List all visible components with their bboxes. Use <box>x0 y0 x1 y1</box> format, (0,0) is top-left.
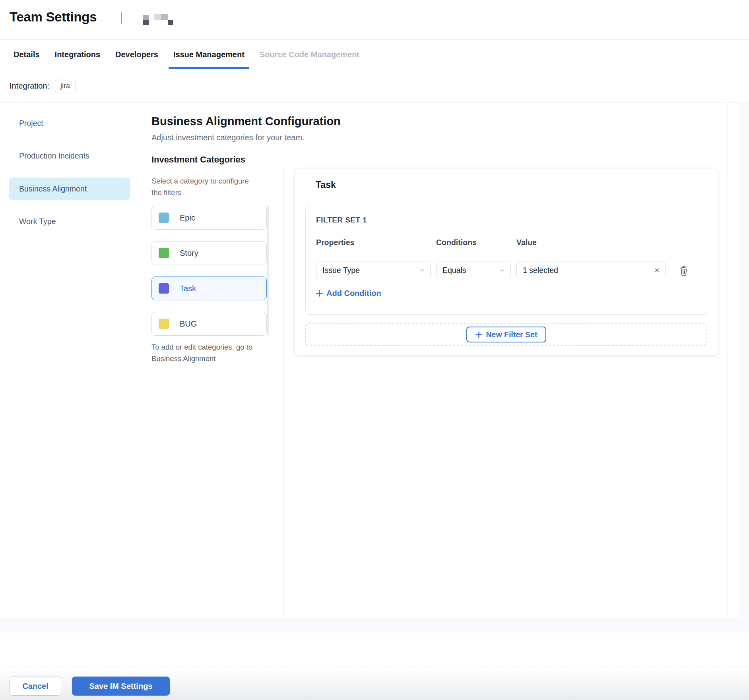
team-settings-page: Team Settings Details Integrations Devel… <box>0 0 749 700</box>
condition-select[interactable]: Equals <box>436 261 511 279</box>
settings-sidebar: Project Production Incidents Business Al… <box>0 103 141 618</box>
new-filter-set-label: New Filter Set <box>486 330 537 339</box>
integration-label: Integration: <box>10 81 49 91</box>
epic-color-swatch <box>159 213 169 223</box>
category-button-bug[interactable]: BUG <box>151 312 267 336</box>
column-divider <box>283 166 284 618</box>
section-subtitle: Adjust investment categories for your te… <box>151 133 305 142</box>
tab-details[interactable]: Details <box>14 40 40 69</box>
filter-set-box: FILTER SET 1 Properties Conditions Value… <box>305 206 707 315</box>
chevron-down-icon <box>499 267 505 273</box>
cancel-button[interactable]: Cancel <box>10 677 61 696</box>
content-bottom-band <box>0 618 749 632</box>
column-header-conditions: Conditions <box>436 238 477 247</box>
property-select-value: Issue Type <box>322 266 360 275</box>
story-color-swatch <box>159 248 169 258</box>
plus-icon <box>475 331 482 338</box>
category-button-story[interactable]: Story <box>151 241 267 265</box>
filter-set-title: FILTER SET 1 <box>316 216 367 224</box>
section-title: Business Alignment Configuration <box>151 115 341 128</box>
category-label: Task <box>180 284 196 293</box>
tab-source-code-management: Source Code Management <box>260 40 359 69</box>
property-select[interactable]: Issue Type <box>316 261 431 279</box>
investment-categories-description: Select a category to configure the filte… <box>151 175 260 198</box>
value-multiselect[interactable]: 1 selected <box>516 261 666 279</box>
plus-icon <box>316 290 323 297</box>
clear-value-icon[interactable] <box>654 267 660 273</box>
page-header: Team Settings <box>0 0 749 40</box>
column-header-properties: Properties <box>316 238 354 247</box>
business-alignment-section: Business Alignment Configuration Adjust … <box>141 103 749 618</box>
integration-chip[interactable]: jira <box>55 79 76 93</box>
action-footer: Cancel Save IM Settings <box>0 667 749 700</box>
category-label: Story <box>180 249 198 258</box>
category-label: BUG <box>180 319 197 329</box>
page-title: Team Settings <box>10 10 97 25</box>
sidebar-item-work-type[interactable]: Work Type <box>19 217 56 226</box>
add-condition-label: Add Condition <box>326 289 381 298</box>
category-label: Epic <box>180 213 195 222</box>
task-color-swatch <box>159 283 169 294</box>
sidebar-item-business-alignment[interactable]: Business Alignment <box>9 178 130 200</box>
tab-developers[interactable]: Developers <box>115 40 158 69</box>
category-list-scrollbar[interactable] <box>267 206 269 336</box>
integration-bar: Integration: jira <box>0 70 749 102</box>
task-filter-card: Task FILTER SET 1 Properties Conditions … <box>294 168 718 356</box>
condition-select-value: Equals <box>442 266 466 275</box>
investment-categories-title: Investment Categories <box>151 155 245 165</box>
vertical-scrollbar-thumb[interactable] <box>728 103 739 618</box>
value-selected-count: 1 selected <box>523 266 558 275</box>
title-separator <box>121 12 122 24</box>
tab-integrations[interactable]: Integrations <box>55 40 100 69</box>
tab-bar: Details Integrations Developers Issue Ma… <box>0 40 749 69</box>
sidebar-item-project[interactable]: Project <box>19 119 43 128</box>
sidebar-item-label: Business Alignment <box>19 184 87 193</box>
save-im-settings-button[interactable]: Save IM Settings <box>72 677 170 696</box>
scrollbar-gutter <box>728 103 749 618</box>
add-condition-button[interactable]: Add Condition <box>316 289 381 298</box>
category-list: Epic Story Task BUG <box>151 206 267 347</box>
column-header-value: Value <box>516 238 537 247</box>
categories-footnote: To add or edit categories, go to Busines… <box>151 341 264 364</box>
bug-color-swatch <box>159 319 169 329</box>
category-button-epic[interactable]: Epic <box>151 206 267 230</box>
card-title: Task <box>316 180 336 190</box>
new-filter-set-dropzone: New Filter Set <box>305 323 707 346</box>
settings-body: Project Production Incidents Business Al… <box>0 103 749 618</box>
chevron-down-icon <box>419 267 425 273</box>
category-button-task[interactable]: Task <box>151 277 267 300</box>
new-filter-set-button[interactable]: New Filter Set <box>466 327 547 342</box>
sidebar-item-production-incidents[interactable]: Production Incidents <box>19 151 89 160</box>
tab-issue-management[interactable]: Issue Management <box>173 40 244 69</box>
delete-filter-icon[interactable] <box>679 265 689 276</box>
